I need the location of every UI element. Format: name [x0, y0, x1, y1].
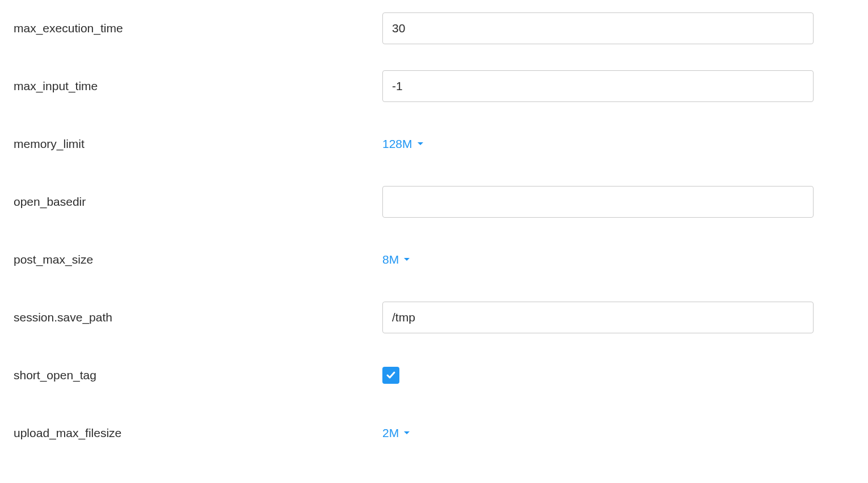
row-memory-limit: memory_limit 128M — [14, 127, 854, 161]
control-memory-limit: 128M — [382, 137, 854, 151]
chevron-down-icon — [403, 431, 410, 435]
chevron-down-icon — [403, 257, 410, 262]
row-upload-max-filesize: upload_max_filesize 2M — [14, 416, 854, 450]
label-memory-limit: memory_limit — [14, 137, 382, 151]
row-max-execution-time: max_execution_time — [14, 11, 854, 45]
input-max-execution-time[interactable] — [382, 12, 814, 44]
row-short-open-tag: short_open_tag — [14, 358, 854, 392]
row-post-max-size: post_max_size 8M — [14, 243, 854, 277]
label-session-save-path: session.save_path — [14, 311, 382, 324]
input-session-save-path[interactable] — [382, 302, 814, 333]
control-short-open-tag — [382, 367, 854, 384]
dropdown-upload-max-filesize[interactable]: 2M — [382, 426, 410, 440]
label-max-input-time: max_input_time — [14, 79, 382, 93]
control-session-save-path — [382, 302, 854, 333]
label-post-max-size: post_max_size — [14, 253, 382, 266]
row-session-save-path: session.save_path — [14, 300, 854, 334]
input-max-input-time[interactable] — [382, 70, 814, 102]
control-upload-max-filesize: 2M — [382, 426, 854, 440]
row-max-input-time: max_input_time — [14, 69, 854, 103]
label-max-execution-time: max_execution_time — [14, 22, 382, 35]
label-upload-max-filesize: upload_max_filesize — [14, 426, 382, 440]
dropdown-value-upload-max-filesize: 2M — [382, 426, 399, 440]
input-open-basedir[interactable] — [382, 186, 814, 218]
control-post-max-size: 8M — [382, 253, 854, 266]
dropdown-memory-limit[interactable]: 128M — [382, 137, 424, 151]
control-max-execution-time — [382, 12, 854, 44]
dropdown-value-memory-limit: 128M — [382, 137, 412, 151]
row-open-basedir: open_basedir — [14, 185, 854, 219]
chevron-down-icon — [417, 142, 424, 146]
control-max-input-time — [382, 70, 854, 102]
dropdown-value-post-max-size: 8M — [382, 253, 399, 266]
label-open-basedir: open_basedir — [14, 195, 382, 209]
label-short-open-tag: short_open_tag — [14, 368, 382, 382]
check-icon — [385, 370, 397, 381]
control-open-basedir — [382, 186, 854, 218]
checkbox-short-open-tag[interactable] — [382, 367, 399, 384]
dropdown-post-max-size[interactable]: 8M — [382, 253, 410, 266]
